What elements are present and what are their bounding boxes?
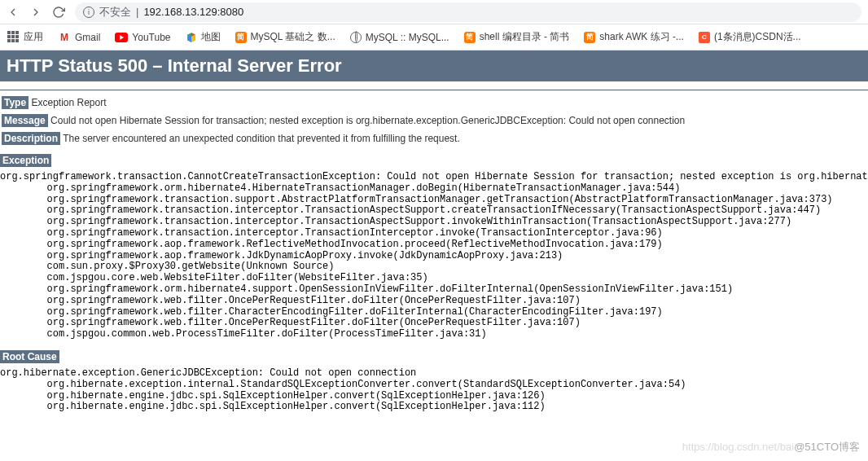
url-text: 192.168.13.129:8080 [143, 6, 243, 18]
exception-trace: org.springframework.transaction.CannotCr… [0, 172, 868, 340]
youtube-label: YouTube [132, 32, 170, 43]
apps-label: 应用 [24, 30, 43, 44]
message-line: Message Could not open Hibernate Session… [0, 115, 868, 126]
page-content: HTTP Status 500 – Internal Server Error … [0, 50, 868, 413]
reload-button[interactable] [52, 6, 65, 19]
globe-icon [350, 32, 362, 43]
csdn-icon: C [699, 32, 710, 43]
watermark-text: @51CTO博客 [794, 441, 860, 453]
description-label: Description [2, 132, 60, 145]
maps-label: 地图 [201, 30, 221, 44]
root-cause-header: Root Cause [0, 350, 59, 363]
exception-header: Exception [0, 154, 51, 167]
shell-bookmark[interactable]: 简 shell 编程目录 - 简书 [464, 30, 570, 44]
watermark-faded: https://blog.csdn.net/bai [682, 441, 794, 453]
jianshu-icon-3: 简 [584, 32, 595, 43]
info-icon: i [83, 7, 94, 18]
divider [0, 90, 868, 90]
gmail-bookmark[interactable]: M Gmail [58, 31, 100, 44]
mysql-basics-label: MySQL 基础之 数... [251, 30, 335, 44]
shark-label: shark AWK 练习 -... [599, 30, 684, 44]
watermark: https://blog.csdn.net/bai@51CTO博客 [682, 440, 860, 454]
type-line: Type Exception Report [0, 97, 868, 108]
error-header: HTTP Status 500 – Internal Server Error [0, 50, 868, 81]
url-separator: | [136, 6, 138, 18]
address-bar[interactable]: i 不安全 | 192.168.13.129:8080 [75, 2, 861, 22]
back-button[interactable] [7, 6, 20, 19]
maps-bookmark[interactable]: 地图 [186, 30, 221, 44]
jianshu-icon: 简 [235, 32, 247, 43]
shell-label: shell 编程目录 - 简书 [480, 30, 570, 44]
youtube-bookmark[interactable]: YouTube [115, 32, 170, 43]
description-value: The server encountered an unexpected con… [60, 133, 460, 144]
type-label: Type [2, 96, 28, 109]
youtube-icon [115, 33, 128, 42]
csdn-label: (1条消息)CSDN活... [714, 30, 801, 44]
shark-bookmark[interactable]: 简 shark AWK 练习 -... [584, 30, 684, 44]
type-value: Exception Report [28, 97, 106, 108]
description-line: Description The server encountered an un… [0, 133, 868, 144]
maps-icon [186, 32, 197, 43]
mysql-label: MySQL :: MySQL... [366, 32, 449, 43]
gmail-label: Gmail [75, 32, 100, 43]
browser-toolbar: i 不安全 | 192.168.13.129:8080 [0, 0, 868, 24]
bookmarks-bar: 应用 M Gmail YouTube 地图 简 MySQL 基础之 数... M… [0, 24, 868, 50]
jianshu-icon-2: 简 [464, 32, 476, 43]
forward-button[interactable] [29, 6, 42, 19]
apps-icon [7, 31, 20, 44]
mysql-bookmark[interactable]: MySQL :: MySQL... [350, 32, 449, 43]
gmail-icon: M [58, 31, 71, 44]
root-cause-trace: org.hibernate.exception.GenericJDBCExcep… [0, 368, 868, 413]
security-label: 不安全 [99, 5, 131, 20]
message-label: Message [2, 114, 48, 127]
apps-bookmark[interactable]: 应用 [7, 30, 43, 44]
message-value: Could not open Hibernate Session for tra… [48, 115, 685, 126]
mysql-basics-bookmark[interactable]: 简 MySQL 基础之 数... [235, 30, 335, 44]
csdn-bookmark[interactable]: C (1条消息)CSDN活... [699, 30, 801, 44]
